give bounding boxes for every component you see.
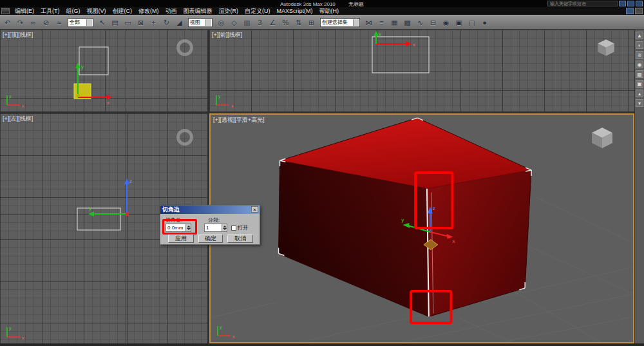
redo-icon[interactable]: ↷ — [14, 17, 26, 28]
material-editor-icon[interactable]: ◉ — [440, 17, 452, 28]
viewport-perspective[interactable]: z y x x y [+][透视][平滑+高光] — [209, 113, 634, 343]
menu-customize[interactable]: 自定义(U) — [242, 7, 274, 15]
select-move-icon[interactable]: + — [147, 17, 160, 28]
percent-snap-icon[interactable]: % — [279, 17, 292, 28]
menu-graph-editors[interactable]: 图表编辑器 — [180, 7, 216, 15]
curve-editor-icon[interactable]: ∿ — [414, 17, 426, 28]
box-mesh[interactable] — [279, 118, 532, 317]
select-rotate-icon[interactable]: ↻ — [160, 17, 173, 28]
menu-items: 编辑(E)工具(T)组(G)视图(V)创建(C)修改(M)动画图表编辑器渲染(R… — [12, 7, 342, 15]
workspace-icon[interactable] — [626, 8, 634, 14]
panel-scroll-down-icon[interactable]: ▾ — [636, 99, 643, 107]
svg-text:x: x — [107, 100, 109, 106]
viewport-perspective-label[interactable]: [+][透视][平滑+高光] — [213, 116, 265, 124]
window-crossing-icon[interactable]: ⊠ — [135, 17, 147, 28]
schematic-view-icon[interactable]: ⊟ — [427, 17, 439, 28]
search-icon[interactable] — [619, 1, 626, 6]
viewport-top-label[interactable]: [+][顶][线框] — [3, 31, 33, 39]
ok-button[interactable]: 确定 — [198, 235, 223, 243]
select-manipulate-icon[interactable]: ◇ — [228, 17, 240, 28]
menu-animation[interactable]: 动画 — [162, 7, 180, 15]
create-panel-tab-icon[interactable]: ▲ — [636, 32, 643, 39]
menu-bar: 编辑(E)工具(T)组(G)视图(V)创建(C)修改(M)动画图表编辑器渲染(R… — [0, 7, 644, 15]
bind-to-spacewarp-icon[interactable]: ≈ — [53, 17, 65, 28]
select-object-icon[interactable]: ↖ — [96, 17, 108, 28]
cancel-button[interactable]: 取消 — [227, 235, 253, 243]
undo-icon[interactable]: ↶ — [1, 17, 14, 28]
display-panel-tab-icon[interactable]: ▦ — [636, 70, 643, 78]
box-wireframe[interactable] — [77, 208, 120, 230]
keyboard-override-icon[interactable]: ▥ — [241, 17, 253, 28]
menu-group[interactable]: 组(G) — [63, 7, 84, 15]
graphite-ribbon-icon[interactable]: ▩ — [401, 17, 413, 28]
menu-edit[interactable]: 编辑(E) — [12, 7, 37, 15]
select-link-icon[interactable]: ∞ — [27, 17, 39, 28]
red-highlight-annotation — [162, 219, 197, 235]
checkbox-icon[interactable] — [231, 226, 236, 231]
edit-named-sets-icon[interactable]: ⊞ — [305, 17, 317, 28]
svg-text:y: y — [220, 325, 222, 330]
apply-button[interactable]: 应用 — [168, 235, 194, 243]
steering-wheel-icon[interactable] — [176, 129, 193, 146]
rendered-frame-icon[interactable]: ▢ — [466, 17, 478, 28]
mirror-icon[interactable]: ⋈ — [363, 17, 375, 28]
angle-snap-icon[interactable]: ∠ — [267, 17, 279, 28]
top-view-scene: y x — [0, 30, 207, 111]
menu-tools[interactable]: 工具(T) — [37, 7, 63, 15]
render-setup-icon[interactable]: ▣ — [453, 17, 465, 28]
viewport-left-label[interactable]: [+][左][线框] — [3, 115, 33, 123]
spinner-snap-icon[interactable]: ⇅ — [292, 17, 305, 28]
viewport-front[interactable]: x y x y [+][前][线框] — [209, 30, 634, 111]
motion-panel-tab-icon[interactable]: ◉ — [636, 61, 643, 68]
select-scale-icon[interactable]: ◢ — [173, 17, 185, 28]
dialog-title-bar[interactable]: 切角边 ✕ — [160, 206, 260, 214]
menu-maxscript[interactable]: MAXScript(M) — [274, 7, 316, 15]
menu-modifiers[interactable]: 修改(M) — [135, 7, 162, 15]
selected-face[interactable] — [74, 84, 91, 99]
selection-filter-combo[interactable]: 全部 — [68, 18, 93, 27]
snaps-toggle-icon[interactable]: 3 — [254, 17, 266, 28]
layout-icon[interactable] — [635, 8, 643, 14]
app-icon[interactable] — [1, 8, 10, 14]
named-sets-combo[interactable]: 创建选择集 — [320, 18, 360, 27]
viewport-top[interactable]: y x x y [+][顶][线框] — [0, 30, 207, 111]
box-wireframe[interactable] — [372, 37, 429, 73]
menu-views[interactable]: 视图(V) — [84, 7, 109, 15]
panel-scroll-up-icon[interactable]: ▴ — [636, 90, 643, 97]
svg-text:x: x — [22, 104, 24, 108]
close-icon[interactable]: ✕ — [251, 206, 258, 213]
svg-text:x: x — [232, 334, 235, 339]
align-icon[interactable]: ≡ — [375, 17, 388, 28]
select-by-name-icon[interactable]: ▤ — [109, 17, 121, 28]
svg-text:z: z — [129, 178, 132, 184]
modify-panel-tab-icon[interactable]: ◐ — [636, 41, 643, 49]
ref-coordsys-combo[interactable]: 视图 — [188, 18, 213, 27]
unlink-icon[interactable]: ⊘ — [40, 17, 52, 28]
viewcube-icon[interactable] — [589, 125, 615, 151]
layer-manager-icon[interactable]: ▦ — [388, 17, 401, 28]
steering-wheel-icon[interactable] — [176, 39, 193, 56]
box-right-face[interactable] — [427, 170, 531, 316]
box-wireframe[interactable] — [79, 47, 108, 75]
utilities-panel-tab-icon[interactable]: ▣ — [636, 80, 643, 88]
move-gizmo[interactable]: z y — [88, 178, 132, 216]
main-toolbar-items: ↶↷∞⊘≈全部↖▤▭⊠+↻◢视图◎◇▥3∠%⇅⊞创建选择集⋈≡▦▩∿⊟◉▣▢● — [1, 17, 491, 28]
quick-render-icon[interactable]: ● — [478, 17, 491, 28]
favorites-icon[interactable] — [636, 1, 643, 6]
use-pivot-center-icon[interactable]: ◎ — [215, 17, 227, 28]
menubar-right-icons — [626, 8, 643, 14]
menu-rendering[interactable]: 渲染(R) — [216, 7, 242, 15]
menu-help[interactable]: 帮助(H) — [316, 7, 343, 15]
svg-text:x: x — [22, 336, 24, 340]
communication-center-icon[interactable] — [627, 1, 634, 6]
segments-spinner[interactable]: 1 — [204, 224, 227, 232]
open-checkbox[interactable]: 打开 — [231, 224, 248, 231]
spinner-arrows-icon[interactable] — [222, 224, 227, 231]
viewport-front-label[interactable]: [+][前][线框] — [212, 31, 242, 39]
hierarchy-panel-tab-icon[interactable]: ≋ — [636, 51, 643, 59]
infocenter-search-input[interactable]: 输入关键字或短语 — [547, 1, 618, 6]
move-gizmo[interactable]: x y — [374, 31, 415, 48]
menu-create[interactable]: 创建(C) — [109, 7, 136, 15]
viewcube-icon[interactable] — [596, 37, 616, 58]
rect-select-region-icon[interactable]: ▭ — [122, 17, 134, 28]
